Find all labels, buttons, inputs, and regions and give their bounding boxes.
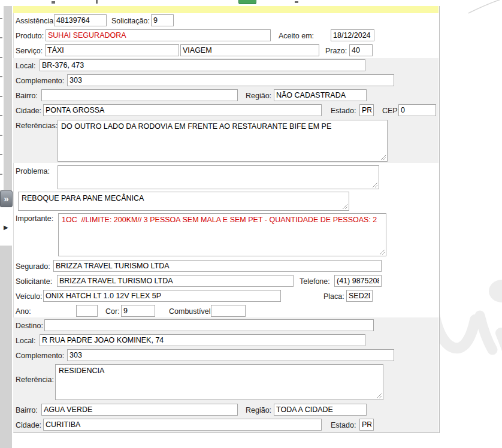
- origem-cep-input[interactable]: [398, 104, 436, 116]
- double-chevron-icon: »: [4, 193, 8, 204]
- rail-tick: [0, 18, 2, 19]
- rail-top-gap: [0, 6, 4, 190]
- referencias-textarea[interactable]: DO OUTRO LADO DA RODOVIA EM FRENTE AO RE…: [58, 120, 388, 162]
- destino-cidade-label: Cidade:: [16, 421, 41, 429]
- origem-estado-label: Estado:: [331, 107, 356, 115]
- telefone-label: Telefone:: [300, 277, 330, 286]
- solicitacao-input[interactable]: [151, 14, 174, 26]
- highlight-bar: [13, 6, 439, 13]
- destino-complemento-input[interactable]: [67, 349, 394, 361]
- aceito-em-label: Aceito em:: [279, 32, 314, 40]
- prazo-label: Prazo:: [325, 47, 347, 55]
- servico-input[interactable]: [45, 44, 179, 56]
- cor-label: Cor:: [105, 307, 120, 316]
- cutoff-text-remnant: [96, 0, 98, 4]
- origem-cidade-input[interactable]: [43, 104, 322, 116]
- telefone-input[interactable]: [334, 275, 382, 287]
- placa-input[interactable]: [346, 290, 373, 302]
- destino-input[interactable]: [44, 319, 374, 331]
- destino-label: Destino:: [16, 322, 43, 330]
- origem-bairro-input[interactable]: [41, 89, 238, 101]
- servico-label: Serviço:: [16, 47, 43, 55]
- referencias-label: Referências:: [16, 122, 58, 130]
- combustivel-input[interactable]: [211, 305, 246, 317]
- origem-estado-input[interactable]: [359, 104, 374, 116]
- destino-complemento-label: Complemento:: [16, 352, 64, 360]
- destino-cidade-input[interactable]: [43, 419, 322, 431]
- placa-label: Placa:: [323, 292, 344, 301]
- destino-referencia-textarea[interactable]: RESIDENCIA: [55, 364, 383, 400]
- produto-label: Produto:: [16, 32, 44, 40]
- veiculo-input[interactable]: [43, 290, 281, 302]
- solicitante-label: Solicitante:: [16, 277, 52, 286]
- combustivel-label: Combustível:: [169, 307, 213, 316]
- collapsed-panel-arrow-icon[interactable]: ▶: [4, 224, 8, 231]
- origem-regiao-label: Região:: [246, 92, 271, 100]
- origem-cidade-label: Cidade:: [16, 107, 41, 115]
- origem-complemento-input[interactable]: [67, 74, 394, 86]
- segurado-input[interactable]: [53, 260, 382, 272]
- cutoff-text-remnant: [52, 1, 55, 4]
- ano-input[interactable]: [76, 305, 98, 317]
- problema-textarea[interactable]: [58, 165, 379, 189]
- origem-complemento-label: Complemento:: [16, 77, 64, 85]
- destino-referencia-label: Referência:: [16, 376, 54, 384]
- assistencia-label: Assistência:: [16, 17, 56, 25]
- aceito-em-input[interactable]: [331, 29, 374, 41]
- produto-input[interactable]: [46, 29, 271, 41]
- rail-tick: [0, 154, 2, 155]
- origem-regiao-input[interactable]: [274, 89, 367, 101]
- origem-local-label: Local:: [16, 62, 35, 70]
- rail-tick: [0, 96, 2, 97]
- destino-bairro-label: Bairro:: [16, 406, 38, 414]
- origem-local-input[interactable]: [40, 59, 365, 71]
- destino-regiao-label: Região:: [246, 406, 271, 414]
- origem-cep-label: CEP:: [382, 107, 400, 115]
- rail-tick: [0, 57, 2, 58]
- solicitante-input[interactable]: [57, 275, 294, 287]
- cutoff-text-remnant: [295, 1, 298, 3]
- rail-tick: [0, 115, 2, 116]
- rail-tick: [0, 174, 2, 175]
- destino-estado-label: Estado:: [331, 421, 356, 429]
- importante-label: Importante:: [16, 214, 53, 223]
- expand-panel-button[interactable]: »: [0, 190, 13, 207]
- importante-textarea[interactable]: 1OC //LIMITE: 200KM// 3 PESSOA SEM MALA …: [58, 213, 386, 256]
- descricao-problema-textarea[interactable]: REBOQUE PARA PANE MECÂNICA: [18, 192, 349, 211]
- assistance-order-page: » ▶ Assistência: Solicitação: Produto: A…: [0, 0, 502, 448]
- rail-tick: [0, 135, 2, 136]
- green-button-remnant[interactable]: [238, 0, 256, 4]
- destino-bairro-input[interactable]: [41, 404, 238, 416]
- destino-local-input[interactable]: [40, 334, 365, 346]
- origem-bairro-label: Bairro:: [16, 92, 38, 100]
- prazo-input[interactable]: [349, 44, 373, 56]
- solicitacao-label: Solicitação:: [111, 17, 150, 25]
- segurado-label: Segurado:: [16, 262, 50, 271]
- rail-tick: [0, 37, 2, 38]
- servico-tipo-input[interactable]: [180, 44, 319, 56]
- cor-input[interactable]: [121, 305, 155, 317]
- rail-tick: [0, 76, 2, 77]
- ano-label: Ano:: [16, 307, 31, 316]
- destino-estado-input[interactable]: [359, 419, 374, 431]
- assistencia-input[interactable]: [54, 14, 107, 26]
- destino-regiao-input[interactable]: [274, 404, 367, 416]
- veiculo-label: Veículo:: [16, 292, 42, 301]
- destino-local-label: Local:: [16, 337, 35, 345]
- problema-label: Problema:: [16, 167, 50, 175]
